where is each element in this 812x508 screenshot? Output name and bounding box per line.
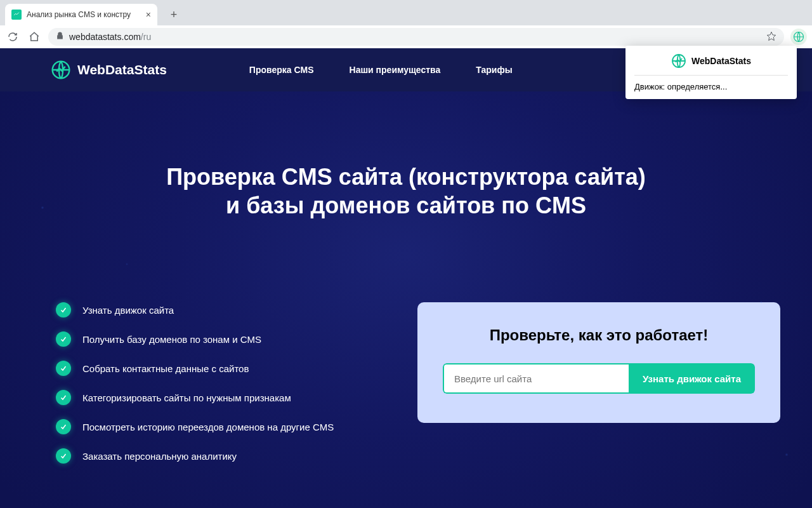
hero-title: Проверка CMS сайта (конструктора сайта) … bbox=[0, 163, 812, 220]
demo-heading: Проверьте, как это работает! bbox=[443, 326, 755, 344]
feature-text: Посмотреть историю переездов доменов на … bbox=[82, 422, 334, 432]
extension-popup: WebDataStats Движок: определяется... bbox=[625, 46, 797, 99]
logo[interactable]: WebDataStats bbox=[51, 60, 167, 80]
feature-item: Посмотреть историю переездов доменов на … bbox=[56, 419, 392, 434]
hero-title-line1: Проверка CMS сайта (конструктора сайта) bbox=[166, 164, 646, 190]
feature-item: Заказать персональную аналитику bbox=[56, 448, 392, 464]
check-icon bbox=[56, 361, 71, 376]
globe-icon bbox=[671, 53, 686, 69]
extension-popup-status: Движок: определяется... bbox=[634, 82, 788, 91]
tab-title: Анализ рынка CMS и констру bbox=[27, 10, 141, 19]
feature-item: Получить базу доменов по зонам и CMS bbox=[56, 331, 392, 347]
feature-item: Категоризировать сайты по нужным признак… bbox=[56, 390, 392, 405]
check-icon bbox=[56, 302, 71, 318]
tab-bar: Анализ рынка CMS и констру × + bbox=[0, 0, 812, 25]
check-icon bbox=[56, 331, 71, 347]
feature-item: Узнать движок сайта bbox=[56, 302, 392, 318]
check-icon bbox=[56, 448, 71, 464]
url-domain: webdatastats.com bbox=[69, 32, 141, 42]
toolbar: webdatastats.com/ru bbox=[0, 25, 812, 48]
extension-icon[interactable] bbox=[790, 29, 807, 45]
feature-text: Заказать персональную аналитику bbox=[82, 451, 237, 462]
favicon-icon bbox=[11, 10, 22, 20]
lock-icon bbox=[56, 32, 64, 42]
reload-button[interactable] bbox=[5, 29, 20, 44]
nav-pricing[interactable]: Тарифы bbox=[476, 65, 512, 75]
home-button[interactable] bbox=[27, 29, 42, 44]
main-nav: Проверка CMS Наши преимущества Тарифы bbox=[249, 65, 513, 75]
svg-marker-0 bbox=[767, 32, 775, 40]
browser-chrome: Анализ рынка CMS и констру × + webdatast… bbox=[0, 0, 812, 48]
bookmark-icon[interactable] bbox=[766, 31, 776, 43]
hero: Проверка CMS сайта (конструктора сайта) … bbox=[0, 91, 812, 220]
feature-text: Категоризировать сайты по нужным признак… bbox=[82, 392, 291, 403]
feature-text: Узнать движок сайта bbox=[82, 305, 174, 316]
new-tab-button[interactable]: + bbox=[165, 6, 183, 23]
feature-text: Получить базу доменов по зонам и CMS bbox=[82, 334, 261, 345]
feature-item: Собрать контактные данные с сайтов bbox=[56, 361, 392, 376]
close-icon[interactable]: × bbox=[146, 10, 151, 20]
page-body: WebDataStats Проверка CMS Наши преимущес… bbox=[0, 48, 812, 508]
features-row: Узнать движок сайта Получить базу домено… bbox=[0, 220, 812, 478]
demo-form: Узнать движок сайта bbox=[443, 363, 755, 394]
url-path: /ru bbox=[141, 32, 151, 42]
check-icon bbox=[56, 390, 71, 405]
browser-tab[interactable]: Анализ рынка CMS и констру × bbox=[5, 4, 157, 25]
check-engine-button[interactable]: Узнать движок сайта bbox=[629, 363, 755, 394]
brand-text: WebDataStats bbox=[77, 62, 167, 77]
extension-popup-header: WebDataStats bbox=[634, 53, 788, 76]
address-bar[interactable]: webdatastats.com/ru bbox=[48, 28, 784, 46]
hero-title-line2: и базы доменов сайтов по CMS bbox=[226, 192, 586, 218]
extension-popup-title: WebDataStats bbox=[691, 56, 751, 66]
nav-advantages[interactable]: Наши преимущества bbox=[350, 65, 441, 75]
url-input[interactable] bbox=[443, 363, 629, 394]
demo-card: Проверьте, как это работает! Узнать движ… bbox=[417, 302, 780, 423]
check-icon bbox=[56, 419, 71, 434]
feature-text: Собрать контактные данные с сайтов bbox=[82, 363, 249, 374]
feature-list: Узнать движок сайта Получить базу домено… bbox=[56, 302, 392, 478]
nav-cms-check[interactable]: Проверка CMS bbox=[249, 65, 314, 75]
